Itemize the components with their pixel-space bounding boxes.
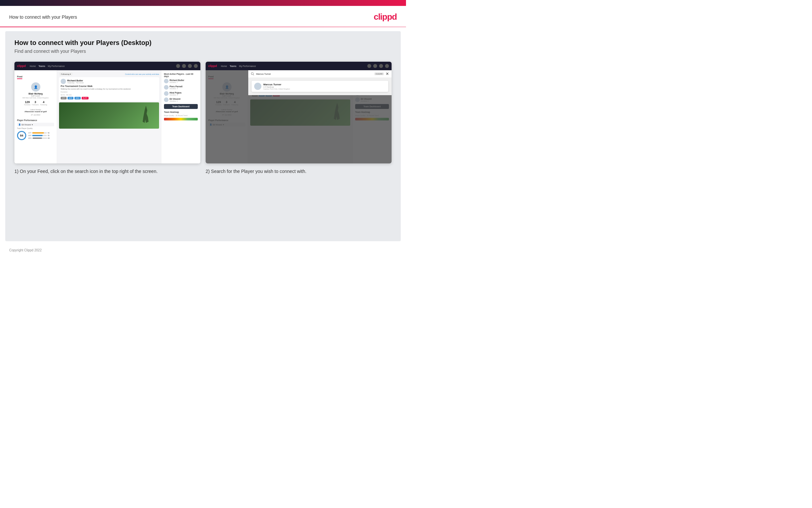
screenshots-row: clippd Home Teams My Performance: [14, 62, 392, 175]
activity-duration-label: Duration: [61, 91, 157, 93]
player-acts-3: Activities: 3: [170, 94, 181, 96]
avatar-icon-2[interactable]: [385, 64, 389, 68]
following-row: Following ▾ Control who can see your act…: [59, 72, 159, 76]
user-icon-2[interactable]: [373, 64, 377, 68]
bar-track-app: [32, 135, 47, 136]
profile-club: Mill Ride Golf Club, United Kingdom: [22, 97, 49, 99]
search-result-item[interactable]: Marcus Turner 1.5 Handicap Cypress Point…: [251, 81, 388, 92]
activity-person-name: Richard Butler: [67, 79, 84, 82]
nav-home[interactable]: Home: [30, 65, 36, 67]
player-acts-4: Activities: 1: [170, 100, 180, 102]
search-result-location: Cypress Point Club, United Kingdom: [264, 88, 290, 90]
bar-label-ott: OTT: [28, 132, 32, 134]
bar-label-app: APP: [28, 134, 32, 136]
app-nav-icons-1: [176, 64, 198, 68]
search-clear-button[interactable]: CLEAR: [375, 73, 384, 75]
app-topbar-2: clippd Home Teams My Performance: [206, 62, 392, 70]
search-input[interactable]: Marcus Turner: [256, 73, 373, 75]
player-select[interactable]: 👤 Eli Vincent ▾: [17, 123, 54, 126]
search-icon[interactable]: [176, 64, 180, 68]
player-acts-1: Activities: 7: [170, 81, 184, 83]
stat-following: 4 Following: [40, 100, 47, 106]
app-logo-2: clippd: [208, 64, 217, 68]
bar-arg: ARG 64: [28, 137, 50, 139]
profile-section: 👤 Blair McHarg Golf Coach Mill Ride Golf…: [17, 81, 54, 117]
golf-photo: [59, 102, 159, 129]
app-mid-panel-1: Following ▾ Control who can see your act…: [57, 70, 161, 163]
player-performance-title: Player Performance: [17, 119, 54, 121]
latest-activity-date: 27 Jul 2022: [31, 114, 40, 116]
chevron-down-icon: ▾: [32, 123, 33, 126]
player-name-4: Eli Vincent: [170, 98, 180, 100]
nav-my-performance[interactable]: My Performance: [48, 65, 64, 67]
player-list-item-2: Piers Parnell Activities: 4: [164, 85, 198, 90]
nav-teams-2[interactable]: Teams: [230, 65, 236, 67]
heatmap-subtitle: Player Quality - 20 Round Trend: [164, 115, 198, 117]
header-divider: [0, 27, 406, 27]
page-title: How to connect with your Players: [9, 14, 77, 20]
tpq-row: 84 OTT 79: [17, 131, 54, 140]
stats-row: 129 Activities 3 Followers 4 Following: [24, 100, 47, 106]
tag-arg: ARG: [75, 97, 81, 99]
bar-track-arg: [33, 137, 47, 139]
svg-point-0: [251, 73, 253, 75]
activity-card: Richard Butler Yesterday - The Grove Pre…: [59, 77, 159, 101]
avatar-icon[interactable]: [194, 64, 198, 68]
player-name-2: Piers Parnell: [170, 85, 182, 88]
bar-track-ott: [32, 132, 47, 134]
caption-1: 1) On your Feed, click on the search ico…: [14, 168, 200, 175]
player-avatar-2: [164, 85, 169, 90]
footer: Copyright Clippd 2022: [0, 245, 406, 255]
stat-activities: 129 Activities: [24, 100, 31, 106]
control-link[interactable]: Control who can see your activity and da…: [125, 73, 159, 75]
settings-icon[interactable]: [188, 64, 192, 68]
tag-putt: PUTT: [82, 97, 89, 99]
avatar: 👤: [31, 82, 40, 92]
app-body-1: Feed 👤 Blair McHarg Golf Coach Mill Ride…: [14, 70, 200, 163]
player-select-avatar: 👤: [18, 123, 21, 126]
screenshot-2-col: clippd Home Teams My Performance: [206, 62, 392, 175]
caption-2: 2) Search for the Player you wish to con…: [206, 168, 392, 175]
followers-count: 3: [32, 100, 39, 104]
player-avatar-4: [164, 97, 169, 102]
activity-meta: Yesterday - The Grove: [67, 82, 84, 84]
heatmap-bar: [164, 118, 198, 120]
tag-ott: OTT: [61, 97, 66, 99]
search-close-button[interactable]: ✕: [386, 72, 389, 76]
most-active-title: Most Active Players - Last 30 days: [164, 73, 198, 78]
settings-icon-2[interactable]: [379, 64, 383, 68]
nav-my-performance-2[interactable]: My Performance: [239, 65, 256, 67]
team-dashboard-button[interactable]: Team Dashboard: [164, 104, 198, 109]
activity-desc: Walking the course with my coach to buil…: [61, 88, 157, 90]
search-icon-2[interactable]: [367, 64, 371, 68]
feed-tab[interactable]: Feed: [17, 76, 22, 79]
app-body-2: Feed 👤 Blair McHarg Golf Coach Mill Ride…: [206, 70, 392, 163]
activities-count: 129: [24, 100, 31, 104]
tpq-label: Total Player Quality: [17, 127, 54, 129]
user-icon[interactable]: [182, 64, 186, 68]
svg-line-1: [253, 75, 254, 76]
player-list-item-4: Eli Vincent Activities: 1: [164, 97, 198, 102]
nav-teams[interactable]: Teams: [38, 65, 45, 67]
following-label: Following: [40, 104, 47, 106]
search-results-dropdown: Marcus Turner 1.5 Handicap Cypress Point…: [248, 78, 392, 95]
following-button[interactable]: Following ▾: [59, 72, 73, 76]
activity-header: Richard Butler Yesterday - The Grove: [61, 79, 157, 84]
heatmap-section: Team Heatmap Player Quality - 20 Round T…: [164, 111, 198, 120]
nav-home-2[interactable]: Home: [221, 65, 227, 67]
app-left-panel-1: Feed 👤 Blair McHarg Golf Coach Mill Ride…: [14, 70, 57, 163]
latest-activity-title: Afternoon round of golf: [25, 111, 47, 113]
player-select-name: Eli Vincent: [21, 124, 31, 126]
activity-avatar: [61, 79, 66, 84]
copyright-text: Copyright Clippd 2022: [9, 248, 42, 252]
search-result-name: Marcus Turner: [264, 83, 290, 86]
player-list-item-3: Hiral Pujara Activities: 3: [164, 91, 198, 96]
app-nav-1: Home Teams My Performance: [30, 65, 65, 67]
main-content: How to connect with your Players (Deskto…: [5, 31, 401, 241]
tpq-score: 84: [17, 131, 26, 140]
search-bar: Marcus Turner CLEAR ✕: [248, 70, 392, 78]
followers-label: Followers: [32, 104, 39, 106]
main-heading: How to connect with your Players (Deskto…: [14, 39, 392, 47]
header: How to connect with your Players clippd: [0, 6, 406, 27]
search-result-avatar: [254, 83, 261, 90]
